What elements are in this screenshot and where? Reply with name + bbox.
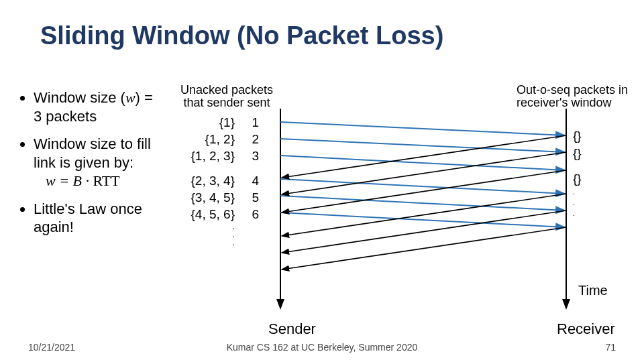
packet-arrow [280, 122, 565, 135]
sequence-diagram [165, 109, 581, 310]
out-of-seq-label: Out-o-seq packets in receiver's window [517, 84, 641, 109]
packet-arrow [280, 156, 565, 170]
bullet-littles-law: Little's Law once again! [34, 200, 160, 237]
receiver-label: Receiver [557, 320, 615, 338]
slide-title: Sliding Window (No Packet Loss) [40, 21, 443, 50]
packet-arrow [280, 139, 565, 152]
bullet-fill-link: Window size to fill link is given by: w … [34, 135, 160, 190]
ack-arrow [282, 135, 566, 178]
bullet-list: Window size (w) = 3 packets Window size … [19, 88, 160, 246]
time-label: Time [578, 283, 608, 298]
sender-label: Sender [268, 320, 316, 338]
ack-arrow [282, 227, 566, 269]
footer-center: Kumar CS 162 at UC Berkeley, Summer 2020 [0, 342, 644, 353]
packet-arrow [280, 196, 565, 210]
ack-arrow [282, 152, 566, 194]
bullet-window-size: Window size (w) = 3 packets [34, 88, 160, 125]
unacked-packets-label: Unacked packets that sender sent [173, 84, 280, 109]
footer-page-number: 71 [605, 342, 616, 353]
ack-arrow [282, 210, 566, 253]
